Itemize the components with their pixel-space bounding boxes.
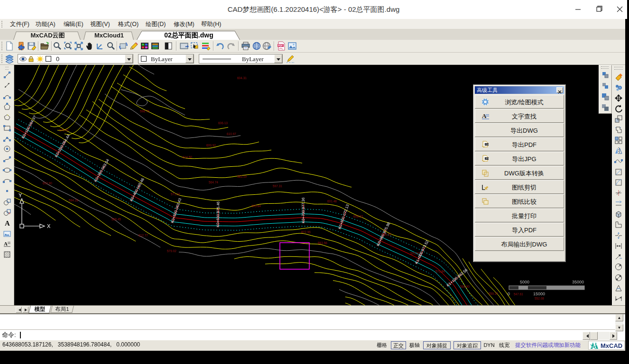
svg-text:598.75: 598.75 (140, 109, 149, 113)
svg-text:0: 0 (508, 291, 510, 296)
svg-text:605.64: 605.64 (251, 204, 261, 208)
svg-text:604.31: 604.31 (237, 76, 247, 80)
svg-text:K0+700 877.36: K0+700 877.36 (301, 197, 305, 223)
svg-text:576.84: 576.84 (435, 270, 445, 273)
svg-text:579.02: 579.02 (167, 249, 176, 253)
svg-text:609.92: 609.92 (206, 144, 216, 147)
svg-text:K0+600 875.46: K0+600 875.46 (216, 201, 221, 227)
svg-text:PDF: PDF (278, 44, 283, 47)
svg-text:15000: 15000 (533, 291, 545, 296)
svg-text:568.90: 568.90 (460, 285, 470, 288)
svg-text:586.92: 586.92 (382, 233, 391, 236)
svg-text:597.31: 597.31 (273, 184, 282, 188)
svg-text:872.96: 872.96 (301, 230, 311, 234)
svg-text:863.56: 863.56 (318, 241, 327, 245)
svg-text:559.37: 559.37 (489, 292, 498, 295)
svg-text:593.57: 593.57 (410, 252, 420, 255)
svg-text:601.48: 601.48 (327, 200, 337, 203)
svg-text:575.41: 575.41 (59, 128, 69, 132)
svg-text:JPG: JPG (485, 158, 489, 160)
svg-text:594.28: 594.28 (69, 199, 78, 202)
svg-text:Y: Y (18, 192, 22, 198)
svg-text:606.13: 606.13 (218, 121, 228, 125)
svg-text:547.61: 547.61 (514, 292, 523, 296)
svg-text:PDF: PDF (485, 144, 489, 146)
svg-text:608.23: 608.23 (353, 215, 363, 218)
svg-text:552.08: 552.08 (535, 297, 544, 300)
svg-text:A: A (5, 219, 10, 227)
svg-text:612.77: 612.77 (139, 234, 148, 237)
svg-text:588.45: 588.45 (111, 218, 121, 221)
svg-text:35000: 35000 (572, 280, 584, 284)
svg-text:564.74: 564.74 (209, 181, 218, 184)
svg-text:602.90: 602.90 (43, 182, 52, 185)
svg-text:X: X (47, 223, 51, 229)
svg-text:583.19: 583.19 (237, 175, 247, 178)
svg-text:571.22: 571.22 (171, 192, 180, 196)
svg-text:5000: 5000 (520, 280, 529, 284)
svg-text:A: A (4, 241, 8, 246)
svg-text:614.50: 614.50 (183, 155, 192, 159)
svg-text:610.97: 610.97 (227, 132, 236, 136)
